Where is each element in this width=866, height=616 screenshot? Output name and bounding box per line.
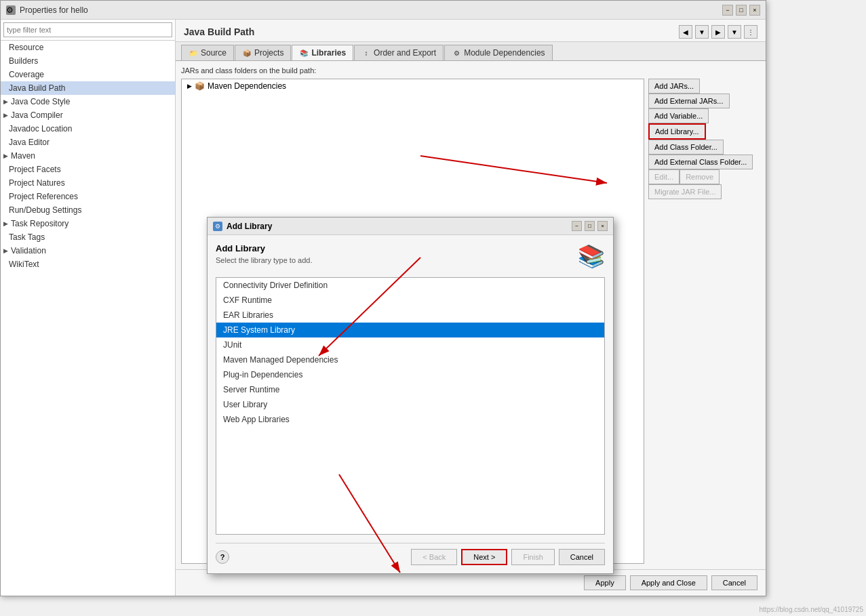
tab-icon-source: 📁 [189, 48, 198, 58]
tab-label-source: Source [201, 48, 227, 58]
tab-label-order-export: Order and Export [374, 48, 436, 58]
sidebar-item-label: Project Facets [9, 165, 61, 174]
nav-dropdown2-button[interactable]: ▼ [728, 25, 741, 39]
expand-arrow-icon: ▶ [187, 83, 192, 89]
dialog-title-text: Add Library [227, 222, 272, 231]
title-bar: ⚙ Properties for hello − □ × [1, 1, 766, 20]
sidebar-item-label: Project Natures [9, 178, 65, 188]
sidebar-item-maven[interactable]: ▶Maven [1, 149, 175, 163]
window-title: Properties for hello [20, 5, 88, 15]
tab-icon-projects: 📦 [242, 48, 252, 58]
tab-icon-order-export: ↕ [361, 48, 371, 58]
sidebar-item-task-repository[interactable]: ▶Task Repository [1, 217, 175, 230]
sidebar-item-label: Task Tags [9, 232, 45, 242]
tab-label-libraries: Libraries [311, 48, 346, 58]
dialog-title-bar: ⚙ Add Library − □ × [208, 218, 613, 235]
library-list[interactable]: Connectivity Driver DefinitionCXF Runtim… [216, 277, 605, 535]
sidebar-item-project-references[interactable]: Project References [1, 190, 175, 203]
dialog-cancel-button[interactable]: Cancel [559, 549, 605, 565]
search-input[interactable] [3, 22, 172, 37]
sidebar-item-project-natures[interactable]: Project Natures [1, 176, 175, 190]
jars-buttons: Add JARs...Add External JARs...Add Varia… [648, 79, 760, 564]
sidebar-item-builders[interactable]: Builders [1, 54, 175, 68]
tab-source[interactable]: 📁Source [181, 45, 234, 60]
tab-module-deps[interactable]: ⚙Module Dependencies [444, 45, 552, 60]
add-library-dialog: ⚙ Add Library − □ × Add Library Select t… [207, 217, 614, 574]
add-external-jars-button[interactable]: Add External JARs... [648, 94, 730, 108]
back-nav-button[interactable]: ◀ [679, 25, 692, 39]
apply-button[interactable]: Apply [584, 575, 626, 590]
sidebar-item-java-compiler[interactable]: ▶Java Compiler [1, 108, 175, 122]
remove-button: Remove [680, 169, 720, 184]
dialog-minimize-button[interactable]: − [572, 221, 582, 231]
add-variable-button[interactable]: Add Variable... [648, 108, 709, 123]
tabs-bar: 📁Source📦Projects📚Libraries↕Order and Exp… [176, 42, 766, 61]
nav-dropdown-button[interactable]: ▼ [695, 25, 709, 39]
expand-arrow-icon: ▶ [3, 247, 8, 254]
sidebar-item-label: Resource [9, 43, 43, 52]
library-item-connectivity-driver[interactable]: Connectivity Driver Definition [216, 278, 604, 293]
library-item-jre-system-library[interactable]: JRE System Library [216, 323, 604, 337]
tab-label-projects: Projects [254, 48, 283, 58]
maximize-button[interactable]: □ [736, 5, 747, 16]
expand-arrow-icon: ▶ [3, 98, 8, 105]
menu-button[interactable]: ⋮ [744, 25, 757, 39]
sidebar-item-java-editor[interactable]: Java Editor [1, 136, 175, 149]
library-item-junit[interactable]: JUnit [216, 337, 604, 352]
sidebar-item-label: Java Editor [9, 138, 50, 147]
sidebar-item-label: Coverage [9, 70, 44, 79]
apply-close-button[interactable]: Apply and Close [630, 575, 707, 590]
dialog-title-left: ⚙ Add Library [213, 222, 272, 231]
sidebar-item-java-build-path[interactable]: Java Build Path [1, 81, 175, 95]
library-item-maven-managed[interactable]: Maven Managed Dependencies [216, 352, 604, 367]
sidebar-item-label: Task Repository [11, 219, 68, 228]
edit-button: Edit... [648, 169, 680, 184]
sidebar-item-wikitext[interactable]: WikiText [1, 258, 175, 271]
dialog-maximize-button[interactable]: □ [585, 221, 595, 231]
finish-button: Finish [511, 549, 554, 565]
build-path-label: JARs and class folders on the build path… [181, 66, 760, 75]
dialog-controls: − □ × [572, 221, 608, 231]
expand-arrow-icon: ▶ [3, 112, 8, 119]
dialog-close-button[interactable]: × [597, 221, 608, 231]
add-jars-button[interactable]: Add JARs... [648, 79, 700, 94]
watermark: https://blog.csdn.net/qq_41019725 [760, 606, 863, 613]
sidebar-item-label: Project References [9, 192, 78, 201]
library-item-server-runtime[interactable]: Server Runtime [216, 382, 604, 397]
sidebar: ResourceBuildersCoverageJava Build Path▶… [1, 20, 176, 596]
sidebar-item-coverage[interactable]: Coverage [1, 68, 175, 81]
dialog-body: Add Library Select the library type to a… [208, 235, 613, 573]
library-item-ear-libraries[interactable]: EAR Libraries [216, 308, 604, 323]
title-bar-left: ⚙ Properties for hello [6, 5, 88, 15]
help-button[interactable]: ? [216, 550, 229, 564]
sidebar-item-task-tags[interactable]: Task Tags [1, 230, 175, 244]
sidebar-item-validation[interactable]: ▶Validation [1, 244, 175, 258]
add-ext-class-folder-button[interactable]: Add External Class Folder... [648, 155, 753, 169]
sidebar-item-javadoc-location[interactable]: Javadoc Location [1, 122, 175, 136]
library-item-cxf-runtime[interactable]: CXF Runtime [216, 293, 604, 308]
sidebar-item-run-debug-settings[interactable]: Run/Debug Settings [1, 203, 175, 217]
title-bar-controls: − □ × [722, 5, 760, 16]
add-library-button[interactable]: Add Library... [648, 123, 706, 140]
tab-projects[interactable]: 📦Projects [235, 45, 291, 60]
sidebar-item-project-facets[interactable]: Project Facets [1, 163, 175, 176]
minimize-button[interactable]: − [722, 5, 733, 16]
sidebar-item-java-code-style[interactable]: ▶Java Code Style [1, 95, 175, 108]
tab-libraries[interactable]: 📚Libraries [292, 45, 353, 60]
panel-title: Java Build Path [184, 26, 254, 37]
library-item-plugin-deps[interactable]: Plug-in Dependencies [216, 367, 604, 382]
dialog-footer-left: ? [216, 550, 229, 564]
jar-item[interactable]: ▶📦Maven Dependencies [182, 79, 644, 93]
library-icon: 📚 [578, 243, 605, 269]
sidebar-item-resource[interactable]: Resource [1, 41, 175, 54]
library-item-user-library[interactable]: User Library [216, 397, 604, 412]
library-item-web-app-libraries[interactable]: Web App Libraries [216, 412, 604, 427]
cancel-button[interactable]: Cancel [711, 575, 757, 590]
add-class-folder-button[interactable]: Add Class Folder... [648, 140, 724, 155]
close-button[interactable]: × [749, 5, 760, 16]
forward-nav-button[interactable]: ▶ [711, 25, 725, 39]
next-button[interactable]: Next > [461, 549, 507, 565]
tab-order-export[interactable]: ↕Order and Export [354, 45, 444, 60]
dialog-header-subtitle: Select the library type to add. [216, 256, 312, 264]
panel-header: Java Build Path ◀ ▼ ▶ ▼ ⋮ [176, 20, 766, 42]
